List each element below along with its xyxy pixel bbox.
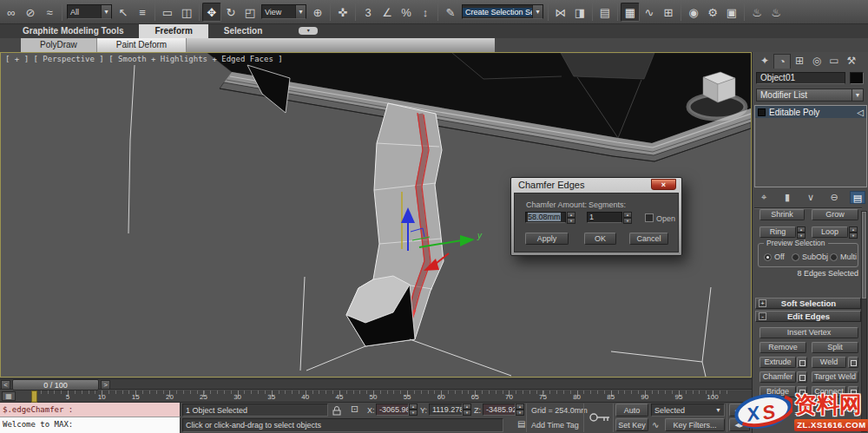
preview-subobj-radio[interactable]: SubObj — [792, 253, 828, 261]
select-and-manipulate-icon[interactable]: ✜ — [333, 3, 352, 22]
preview-multi-radio[interactable]: Multi — [830, 253, 857, 261]
cancel-button[interactable]: Cancel — [629, 233, 668, 245]
window-crossing-icon[interactable]: ◫ — [177, 3, 196, 22]
ribbon-tab-selection[interactable]: Selection — [208, 24, 278, 38]
utilities-tab-icon[interactable]: ⚒ — [843, 54, 860, 69]
set-key-button[interactable]: Set Key — [615, 418, 648, 431]
y-coord-field[interactable]: 1119.278m — [429, 403, 463, 416]
create-tab-icon[interactable]: ✦ — [756, 54, 773, 69]
chevron-down-icon[interactable]: ▾ — [101, 5, 111, 18]
object-name-field[interactable]: Object01 — [756, 72, 845, 84]
select-and-rotate-icon[interactable]: ↻ — [221, 3, 240, 22]
next-frame-button[interactable]: > — [101, 380, 110, 390]
selection-lock-icon[interactable] — [331, 404, 343, 417]
absolute-mode-icon[interactable]: ⊡ — [351, 403, 358, 415]
y-spinner[interactable]: ▲▼ — [463, 403, 471, 416]
key-filters-button[interactable]: Key Filters... — [665, 418, 725, 431]
mirror-icon[interactable]: ⋈ — [551, 3, 570, 22]
chamfer-button[interactable]: Chamfer — [760, 371, 796, 383]
weld-button[interactable]: Weld — [812, 357, 846, 368]
hierarchy-tab-icon[interactable]: ⊞ — [791, 54, 808, 69]
ribbon-minimize-icon[interactable]: ▾ — [299, 27, 318, 35]
chevron-down-icon[interactable]: ▾ — [295, 5, 306, 18]
collapse-icon[interactable]: - — [759, 312, 766, 320]
loop-button[interactable]: Loop — [812, 226, 848, 238]
link-icon[interactable]: ∞ — [2, 3, 21, 22]
named-selection-dropdown[interactable]: Create Selection Se▾ — [462, 4, 543, 19]
current-frame-marker[interactable] — [31, 390, 37, 403]
chevron-down-icon[interactable]: ▾ — [532, 5, 542, 18]
layer-manager-icon[interactable]: ▤ — [595, 3, 615, 22]
close-icon[interactable]: × — [651, 179, 676, 190]
modify-tab-icon[interactable]: ◔ — [773, 54, 791, 69]
x-spinner[interactable]: ▲▼ — [409, 403, 418, 416]
scrollbar-thumb[interactable] — [862, 212, 866, 299]
render-setup-icon[interactable]: ⚙ — [703, 3, 722, 22]
selection-region-icon[interactable]: ▭ — [158, 3, 177, 22]
ok-button[interactable]: OK — [584, 233, 616, 245]
preview-off-radio[interactable]: Off — [764, 253, 785, 261]
previous-frame-button[interactable]: < — [1, 380, 10, 390]
subobject-level-icon[interactable] — [758, 108, 766, 116]
split-button[interactable]: Split — [812, 342, 858, 353]
open-checkbox[interactable] — [645, 213, 654, 222]
object-color-swatch[interactable] — [850, 72, 864, 84]
schematic-view-icon[interactable]: ⊞ — [659, 3, 678, 22]
insert-vertex-button[interactable]: Insert Vertex — [760, 327, 858, 338]
segments-input[interactable]: 1 — [587, 212, 622, 223]
apply-button[interactable]: Apply — [525, 233, 569, 245]
x-coord-field[interactable]: -3065.96m — [376, 403, 409, 416]
target-weld-button[interactable]: Target Weld — [812, 371, 858, 383]
chamfer-amount-spinner[interactable]: ▲▼ — [567, 212, 575, 223]
select-by-name-icon[interactable]: ≡ — [133, 3, 152, 22]
track-bar[interactable]: ▦ 51015202530354045505560657075808590951… — [0, 390, 752, 403]
modifier-stack[interactable]: Editable Poly ◁ — [754, 105, 867, 187]
ring-button[interactable]: Ring — [760, 226, 796, 238]
select-and-move-icon[interactable]: ✥ — [202, 3, 221, 22]
chevron-down-icon[interactable]: ▼ — [715, 407, 721, 413]
remove-modifier-icon[interactable]: ⊖ — [826, 191, 842, 204]
ribbon-tab-graphite-modeling-tools[interactable]: Graphite Modeling Tools — [7, 24, 139, 38]
loop-spinner[interactable]: ▲▼ — [849, 226, 858, 238]
curve-editor-icon[interactable]: ∿ — [640, 3, 659, 22]
viewport-label[interactable]: [ + ] [ Perspective ] [ Smooth + Highlig… — [5, 55, 283, 63]
maxscript-macro-line[interactable]: $.edgeChamfer : — [0, 403, 181, 417]
snaps-toggle-icon[interactable]: 3 — [358, 3, 378, 22]
remove-button[interactable]: Remove — [760, 342, 806, 353]
selection-filter-dropdown[interactable]: All▾ — [67, 4, 112, 19]
render-production-icon[interactable]: ♨ — [747, 3, 766, 22]
time-slider-handle[interactable]: 0 / 100 — [12, 379, 99, 390]
unlink-icon[interactable]: ⊘ — [21, 3, 40, 22]
chevron-down-icon[interactable]: ▼ — [852, 89, 863, 101]
select-and-scale-icon[interactable]: ◰ — [240, 3, 260, 22]
configure-modifier-sets-icon[interactable]: ▤ — [850, 191, 865, 204]
align-icon[interactable]: ◨ — [570, 3, 589, 22]
bind-to-space-warp-icon[interactable]: ≈ — [40, 3, 59, 22]
display-tab-icon[interactable]: ▭ — [825, 54, 843, 69]
maxscript-listener-line[interactable]: Welcome to MAX: — [0, 417, 181, 433]
percent-snap-icon[interactable]: % — [397, 3, 416, 22]
motion-tab-icon[interactable]: ◎ — [808, 54, 825, 69]
select-object-icon[interactable]: ↖ — [114, 3, 133, 22]
chamfer-amount-input[interactable]: 58.08mm — [525, 212, 566, 223]
edit-named-selections-icon[interactable]: ✎ — [441, 3, 460, 22]
material-editor-icon[interactable]: ◉ — [684, 3, 703, 22]
spinner-snap-icon[interactable]: ↕ — [416, 3, 435, 22]
reference-coordinate-dropdown[interactable]: View▾ — [261, 4, 306, 19]
soft-selection-rollout[interactable]: + Soft Selection — [755, 298, 861, 309]
pin-stack-icon[interactable]: ⌖ — [756, 191, 772, 204]
ribbon-tab-freeform[interactable]: Freeform — [139, 24, 207, 38]
grow-button[interactable]: Grow — [812, 209, 858, 220]
edit-edges-rollout[interactable]: - Edit Edges — [755, 311, 861, 322]
weld-settings-icon[interactable] — [848, 357, 858, 368]
stack-row-editable-poly[interactable]: Editable Poly ◁ — [755, 106, 866, 118]
z-coord-field[interactable]: -3485.923 — [483, 403, 516, 416]
model-body-facet[interactable] — [561, 53, 654, 79]
rendered-frame-icon[interactable]: ▣ — [722, 3, 741, 22]
shrink-button[interactable]: Shrink — [760, 209, 805, 220]
render-iterative-icon[interactable]: ♨ — [766, 3, 786, 22]
add-time-tag[interactable]: Add Time Tag — [531, 421, 579, 430]
time-slider[interactable]: < 0 / 100 > — [0, 378, 752, 390]
show-end-result-icon[interactable]: ▮ — [779, 191, 795, 204]
ribbon-panel-polydraw[interactable]: PolyDraw — [21, 38, 97, 52]
